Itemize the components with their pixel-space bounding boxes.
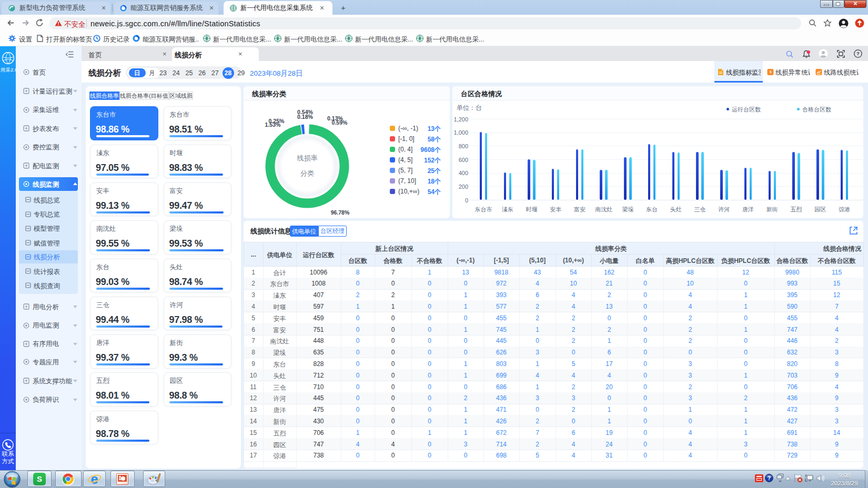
svg-text:分类: 分类 (300, 169, 314, 177)
svg-text:e: e (90, 472, 98, 486)
svg-text:?: ? (856, 50, 860, 56)
svg-text:?: ? (768, 475, 771, 481)
svg-text:线损率: 线损率 (297, 154, 318, 162)
